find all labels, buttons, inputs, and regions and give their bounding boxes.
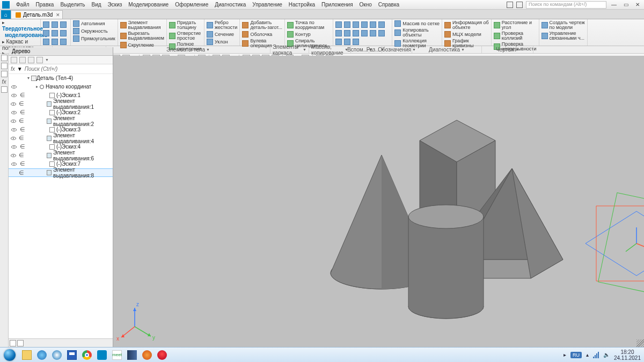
ribbon-mode-switch[interactable]: ▸ Твердотельное моделирование ▸ Каркас и… [0,19,41,46]
redo-icon[interactable] [60,30,67,36]
menu-modeling[interactable]: Моделирование [125,2,172,8]
feature-tree[interactable]: ▾ Деталь (Тел-4) ▸ Начало координат ∈(-)… [9,74,113,177]
eps-icon[interactable]: ∈ [19,135,24,142]
home-tab[interactable]: ⌂ [1,10,11,19]
rib-icon[interactable] [361,30,368,36]
pb-icon[interactable] [17,340,24,346]
ribbon-command[interactable]: Управлениесвязанными ч... [541,31,585,41]
eps-icon[interactable]: ∈ [20,160,25,167]
pt-icon[interactable] [36,57,43,63]
ribbon-command[interactable]: Добавитьдеталь-загот... [242,20,282,30]
rib-icon[interactable] [353,21,359,28]
eye-icon[interactable] [11,102,16,106]
pt-icon[interactable] [19,57,26,63]
filter-icon[interactable]: ▼ [17,66,23,72]
ribbon-category[interactable]: Элементы каркаса▼ [270,46,309,53]
eps-icon[interactable]: ∈ [20,92,25,99]
menu-apps[interactable]: Приложения [318,2,356,8]
ribbon-command[interactable]: Уклон [207,39,237,45]
ls-icon[interactable] [1,71,8,77]
tb-kompas-icon[interactable] [95,349,109,361]
rib-icon[interactable] [361,21,368,28]
rib-icon[interactable] [370,21,376,28]
tb-opera-icon[interactable] [155,349,169,361]
rib-icon[interactable] [353,39,359,45]
clock[interactable]: 18:2024.11.2021 [614,349,641,361]
panel-tab-tree[interactable]: Дерево [9,47,113,56]
command-search[interactable]: Поиск по командам (Alt+/) [526,1,606,9]
ribbon-command[interactable]: Окружность [73,28,115,34]
ribbon-category[interactable]: Элементы тела▼ [106,46,270,53]
ribbon-command[interactable]: Элементвыдавливания [120,20,164,30]
menu-file[interactable]: Файл [13,2,33,8]
ribbon-command[interactable]: Контур [287,31,331,38]
paste-icon[interactable] [52,39,58,45]
eye-icon[interactable] [11,128,17,131]
rib-icon[interactable] [344,21,350,28]
eye-icon[interactable] [11,137,16,140]
minimize-button[interactable]: — [610,1,618,9]
eye-icon[interactable] [11,162,17,166]
open-icon[interactable] [52,21,58,28]
rib-icon[interactable] [335,21,342,28]
eye-icon[interactable] [11,145,17,149]
viewport-3d[interactable]: z y x [113,56,644,347]
print-icon[interactable] [43,30,49,36]
eye-icon[interactable] [11,85,17,88]
ribbon-command[interactable]: Отверстиепростое [169,31,202,41]
menu-formatting[interactable]: Оформление [172,2,211,8]
tree-item[interactable]: ∈Элемент выдавливания:2 [9,117,113,125]
pt-icon[interactable] [11,57,17,63]
pb-icon[interactable] [10,340,16,346]
eye-icon[interactable] [11,154,16,157]
new-icon[interactable] [43,21,49,28]
menu-sketch[interactable]: Эскиз [105,2,126,8]
eye-icon[interactable] [11,94,17,97]
ribbon-command[interactable]: Массив по сетке [394,20,440,27]
save-icon[interactable] [60,21,67,28]
camera-icon[interactable] [516,2,523,8]
tab-close-icon[interactable]: ✕ [56,12,60,18]
ribbon-command[interactable]: МЦХ модели [444,31,489,38]
tree-search-input[interactable] [25,66,111,72]
eps-icon[interactable]: ∈ [19,169,24,176]
tree-item[interactable]: ∈Элемент выдавливания:8 [9,168,113,177]
ribbon-command[interactable]: Прямоугольник [73,35,115,42]
ribbon-command[interactable]: Вырезатьвыдавливанием [120,31,164,41]
ribbon-category[interactable]: Чертеж▼ [482,46,533,53]
menu-help[interactable]: Справка [375,2,402,8]
rib-icon[interactable] [344,39,350,45]
menu-view[interactable]: Вид [89,2,105,8]
resize-grip[interactable] [636,339,644,347]
layout-icon[interactable] [507,2,513,8]
network-icon[interactable] [593,352,599,358]
fx-icon[interactable]: fx [2,79,6,85]
ribbon-category[interactable]: Диагностика▼ [412,46,482,53]
tb-wmp-icon[interactable] [50,349,64,361]
ribbon-command[interactable]: Оболочка [242,31,282,38]
ribbon-command[interactable]: Реброжесткости [207,20,237,30]
tree-root[interactable]: ▾ Деталь (Тел-4) [9,74,113,83]
tb-save-icon[interactable] [65,349,79,361]
menu-diagnostics[interactable]: Диагностика [211,2,249,8]
ribbon-command[interactable]: Информация обобъекте [444,20,489,30]
volume-icon[interactable]: 🔈 [603,352,610,358]
tb-explorer-icon[interactable] [20,349,34,361]
eps-icon[interactable]: ∈ [20,109,25,116]
rib-icon[interactable] [344,30,350,36]
lang-indicator[interactable]: RU [570,352,582,358]
ribbon-command[interactable]: Расстояние иугол [494,20,537,30]
tree-origin[interactable]: ▸ Начало координат [9,83,113,91]
rib-icon[interactable] [353,30,359,36]
tb-chrome-icon[interactable] [80,349,94,361]
ls-icon[interactable] [1,63,8,69]
ribbon-command[interactable]: Точка покоординатам [287,20,331,30]
tray-flag-icon[interactable]: ▸ [564,352,566,358]
ribbon-command[interactable]: Придатьтолщину [169,20,202,30]
eps-icon[interactable]: ∈ [19,117,24,124]
tb-meet-icon[interactable]: meet [110,349,124,361]
tb-app2-icon[interactable] [140,349,154,361]
rib-icon[interactable] [370,30,376,36]
rib-icon[interactable] [378,30,385,36]
pt-icon[interactable] [28,57,34,63]
